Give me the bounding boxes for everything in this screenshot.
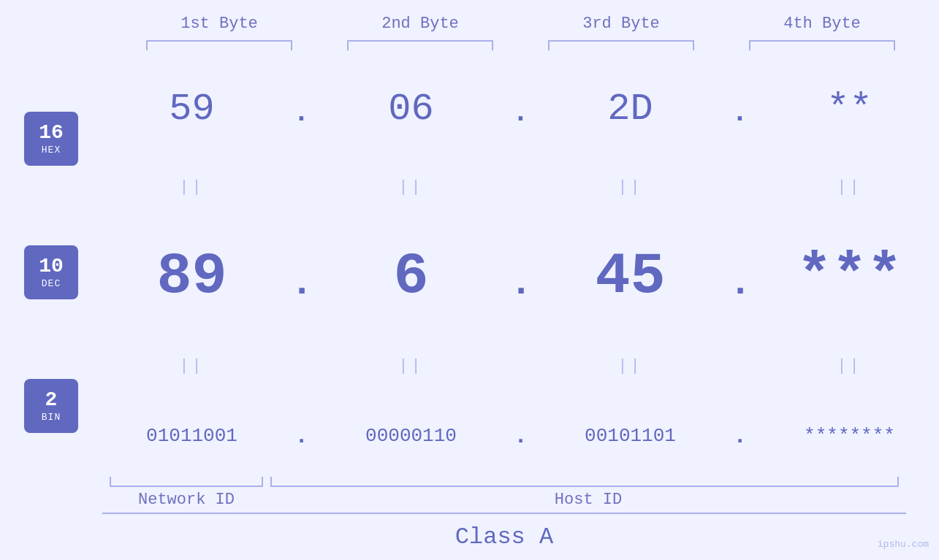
- equals-row-2: || || || ||: [102, 356, 939, 377]
- eq2-b1: ||: [112, 357, 273, 375]
- dec-badge: 10 DEC: [24, 245, 78, 299]
- eq2-b2: ||: [331, 357, 492, 375]
- hex-badge-label: HEX: [42, 145, 61, 156]
- byte-header-3: 3rd Byte: [541, 15, 702, 33]
- dec-byte-4: ***: [769, 243, 930, 310]
- byte-header-1: 1st Byte: [139, 15, 300, 33]
- bin-byte-1: 01011001: [112, 425, 273, 447]
- eq1-b4: ||: [769, 178, 930, 196]
- byte-headers-row: 1st Byte 2nd Byte 3rd Byte 4th Byte: [119, 15, 923, 33]
- bottom-brackets-row: [102, 477, 939, 487]
- bin-byte-4: ********: [769, 425, 930, 447]
- watermark: ipshu.com: [878, 539, 929, 550]
- bin-badge-num: 2: [45, 389, 58, 412]
- hex-dot-3: .: [729, 97, 751, 129]
- bin-byte-2: 00000110: [331, 425, 492, 447]
- dec-byte-1: 89: [112, 243, 273, 310]
- hex-dot-2: .: [510, 97, 532, 129]
- dec-dot-3: .: [729, 262, 751, 305]
- dec-badge-num: 10: [39, 256, 64, 278]
- dec-byte-3: 45: [550, 243, 711, 310]
- byte-header-4: 4th Byte: [742, 15, 902, 33]
- bottom-section: Network ID Host ID Class A: [0, 458, 939, 560]
- bin-dot-1: .: [291, 423, 313, 450]
- hex-dot-1: .: [291, 97, 313, 129]
- bin-data-row: 01011001 . 00000110 . 00101101 . *******…: [102, 423, 939, 450]
- bin-dot-2: .: [510, 423, 532, 450]
- bracket-top-2: [347, 40, 493, 50]
- hex-data-row: 59 . 06 . 2D . **: [102, 88, 939, 131]
- eq2-b3: ||: [550, 357, 711, 375]
- bracket-bottom-host: [270, 477, 899, 487]
- network-id-label: Network ID: [102, 491, 270, 509]
- bin-byte-3: 00101101: [550, 425, 711, 447]
- host-id-label: Host ID: [270, 491, 906, 509]
- eq2-b4: ||: [769, 357, 930, 375]
- hex-byte-2: 06: [331, 88, 492, 131]
- main-container: 1st Byte 2nd Byte 3rd Byte 4th Byte 16 H…: [0, 0, 939, 560]
- bracket-top-1: [146, 40, 292, 50]
- eq1-b3: ||: [550, 178, 711, 196]
- hex-badge-num: 16: [39, 122, 64, 145]
- bracket-bottom-network: [110, 477, 263, 487]
- class-label: Class A: [455, 523, 553, 551]
- equals-row-1: || || || ||: [102, 176, 939, 198]
- bin-badge-label: BIN: [42, 412, 61, 423]
- hex-byte-4: **: [769, 88, 930, 131]
- dec-data-row: 89 . 6 . 45 . ***: [102, 243, 939, 310]
- dec-byte-2: 6: [331, 243, 492, 310]
- class-row: Class A: [102, 513, 906, 560]
- byte-header-2: 2nd Byte: [340, 15, 501, 33]
- bracket-top-3: [548, 40, 694, 50]
- hex-byte-3: 2D: [550, 88, 711, 131]
- dec-dot-1: .: [291, 262, 313, 305]
- dec-badge-label: DEC: [42, 278, 61, 289]
- hex-byte-1: 59: [112, 88, 273, 131]
- hex-badge: 16 HEX: [24, 112, 78, 166]
- dec-dot-2: .: [510, 262, 532, 305]
- bracket-top-4: [749, 40, 895, 50]
- bin-badge: 2 BIN: [24, 379, 78, 433]
- id-labels-row: Network ID Host ID: [102, 491, 906, 509]
- eq1-b2: ||: [331, 178, 492, 196]
- eq1-b1: ||: [112, 178, 273, 196]
- top-brackets: [119, 40, 923, 50]
- bin-dot-3: .: [729, 423, 751, 450]
